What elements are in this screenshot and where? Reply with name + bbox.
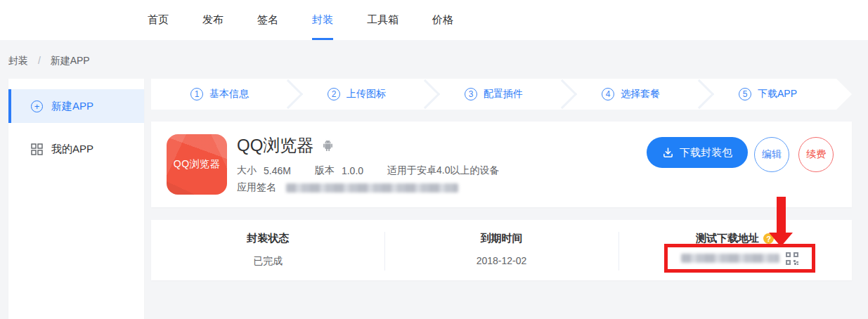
breadcrumb-separator: / bbox=[38, 55, 41, 66]
annotation-highlight-box bbox=[664, 244, 815, 273]
package-status-column: 封装状态 已完成 bbox=[151, 220, 384, 280]
sidebar-item-label: 我的APP bbox=[51, 143, 93, 156]
step-upload-icon[interactable]: 2 上传图标 bbox=[288, 79, 425, 110]
package-status-header: 封装状态 bbox=[247, 232, 289, 245]
download-package-button[interactable]: 下载封装包 bbox=[647, 137, 748, 168]
app-meta-row: 大小 5.46M 版本 1.0.0 适用于安卓4.0以上的设备 bbox=[237, 164, 500, 177]
nav-item-package[interactable]: 封装 bbox=[312, 0, 333, 40]
column-divider bbox=[384, 232, 385, 271]
annotation-arrow bbox=[777, 197, 786, 233]
step-number-badge: 4 bbox=[602, 88, 614, 100]
size-value: 5.46M bbox=[264, 165, 291, 176]
wizard-arrow-tip bbox=[836, 79, 852, 110]
version-value: 1.0.0 bbox=[342, 165, 363, 176]
sidebar-item-label: 新建APP bbox=[51, 100, 93, 113]
android-icon bbox=[320, 138, 335, 153]
app-icon: QQ浏览器 bbox=[167, 134, 227, 195]
plus-circle-icon: + bbox=[31, 100, 43, 112]
sidebar-item-my-app[interactable]: 我的APP bbox=[8, 132, 144, 166]
step-download-app[interactable]: 5 下载APP bbox=[699, 79, 836, 110]
column-divider bbox=[618, 232, 619, 271]
breadcrumb: 封装 / 新建APP bbox=[8, 55, 90, 67]
annotation-arrow-head bbox=[769, 233, 793, 247]
breadcrumb-new-app: 新建APP bbox=[51, 55, 90, 66]
top-navbar: 首页 发布 签名 封装 工具箱 价格 bbox=[0, 0, 868, 40]
nav-item-publish[interactable]: 发布 bbox=[202, 0, 224, 40]
version-label: 版本 bbox=[315, 164, 335, 177]
step-number-badge: 3 bbox=[465, 88, 477, 100]
step-number-badge: 5 bbox=[739, 88, 751, 100]
signature-label: 应用签名 bbox=[237, 181, 276, 194]
step-number-badge: 2 bbox=[328, 88, 340, 100]
app-title: QQ浏览器 bbox=[237, 134, 313, 157]
sidebar: + 新建APP 我的APP bbox=[8, 79, 144, 319]
step-basic-info[interactable]: 1 基本信息 bbox=[151, 79, 288, 110]
grid-icon bbox=[31, 143, 43, 155]
nav-item-home[interactable]: 首页 bbox=[148, 0, 169, 40]
expiry-date-value: 2018-12-02 bbox=[384, 255, 618, 266]
size-label: 大小 bbox=[237, 164, 257, 177]
app-signature-row: 应用签名 bbox=[237, 181, 458, 194]
app-info-card: QQ浏览器 QQ浏览器 大小 5.46M 版本 1.0.0 适用于安卓4.0以上… bbox=[151, 122, 852, 207]
step-configure-plugin[interactable]: 3 配置插件 bbox=[425, 79, 562, 110]
sidebar-item-new-app[interactable]: + 新建APP bbox=[8, 89, 144, 123]
package-status-value: 已完成 bbox=[151, 255, 384, 268]
edit-button[interactable]: 编辑 bbox=[754, 137, 789, 172]
signature-redacted-value bbox=[286, 183, 458, 193]
nav-item-price[interactable]: 价格 bbox=[432, 0, 453, 40]
status-card: 封装状态 已完成 到期时间 2018-12-02 测试下载地址 ? bbox=[151, 220, 852, 280]
renew-button[interactable]: 续费 bbox=[798, 137, 834, 172]
qr-code-icon[interactable] bbox=[785, 252, 799, 266]
expiry-date-header: 到期时间 bbox=[480, 232, 522, 245]
test-download-url-redacted[interactable] bbox=[681, 254, 779, 263]
compat-text: 适用于安卓4.0以上的设备 bbox=[387, 164, 499, 177]
breadcrumb-package[interactable]: 封装 bbox=[8, 55, 28, 66]
download-icon bbox=[662, 147, 674, 159]
expiry-date-column: 到期时间 2018-12-02 bbox=[384, 220, 618, 280]
nav-item-toolbox[interactable]: 工具箱 bbox=[367, 0, 399, 40]
step-wizard: 1 基本信息 2 上传图标 3 配置插件 4 选择套餐 5 下载APP bbox=[151, 79, 836, 110]
main-nav: 首页 发布 签名 封装 工具箱 价格 bbox=[148, 0, 453, 40]
active-item-bar bbox=[8, 89, 11, 123]
nav-item-sign[interactable]: 签名 bbox=[257, 0, 278, 40]
step-number-badge: 1 bbox=[190, 88, 203, 100]
step-select-plan[interactable]: 4 选择套餐 bbox=[562, 79, 699, 110]
